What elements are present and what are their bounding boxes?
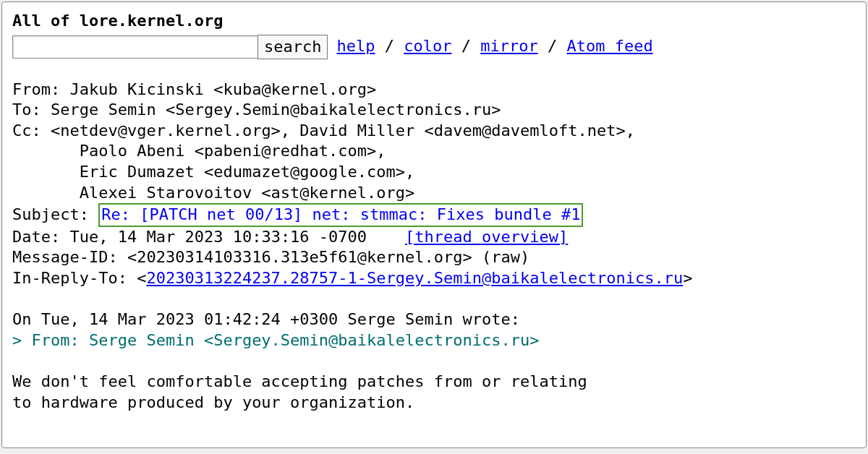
message-headers: From: Jakub Kicinski <kuba@kernel.org> T… (12, 80, 856, 414)
date-value: Tue, 14 Mar 2023 10:33:16 -0700 (69, 228, 367, 246)
cc-value-3: Eric Dumazet <edumazet@google.com>, (12, 163, 414, 181)
nav-links: help / color / mirror / Atom feed (336, 36, 652, 57)
from-value: Jakub Kicinski <kuba@kernel.org> (69, 80, 376, 98)
search-button[interactable]: search (258, 35, 328, 59)
subject-label: Subject: (12, 205, 98, 223)
in-reply-to-link[interactable]: 20230313224237.28757-1-Sergey.Semin@baik… (146, 269, 683, 287)
body-text-1: We don't feel comfortable accepting patc… (12, 372, 587, 390)
in-reply-to-label: In-Reply-To: < (12, 269, 146, 287)
quoted-text: > From: Serge Semin <Sergey.Semin@baikal… (12, 331, 539, 349)
content-window: All of lore.kernel.org search help / col… (1, 1, 867, 448)
cc-value-2: Paolo Abeni <pabeni@redhat.com>, (12, 142, 386, 160)
atom-feed-link[interactable]: Atom feed (566, 37, 652, 55)
cc-value-4: Alexei Starovoitov <ast@kernel.org> (12, 184, 414, 202)
in-reply-to-close: > (683, 269, 692, 287)
search-row: search help / color / mirror / Atom feed (12, 35, 856, 59)
message-id-label: Message-ID: (12, 248, 127, 266)
mirror-link[interactable]: mirror (480, 37, 537, 55)
page-title: All of lore.kernel.org (12, 11, 856, 32)
to-value: Serge Semin <Sergey.Semin@baikalelectron… (51, 100, 501, 119)
cc-value-1: <netdev@vger.kernel.org>, David Miller <… (51, 121, 635, 140)
to-label: To: (12, 100, 51, 119)
from-label: From: (12, 80, 69, 98)
separator: / (538, 37, 567, 55)
date-label: Date: (12, 228, 69, 246)
separator: / (375, 37, 404, 55)
help-link[interactable]: help (336, 37, 375, 55)
separator: / (451, 37, 480, 55)
body-intro: On Tue, 14 Mar 2023 01:42:24 +0300 Serge… (12, 310, 520, 328)
thread-overview-link[interactable]: [thread overview] (405, 228, 568, 246)
color-link[interactable]: color (404, 37, 451, 55)
search-input[interactable] (12, 35, 258, 59)
body-text-2: to hardware produced by your organizatio… (12, 393, 414, 411)
cc-label: Cc: (12, 121, 51, 140)
subject-value[interactable]: Re: [PATCH net 00/13] net: stmmac: Fixes… (98, 203, 583, 227)
message-id-value: <20230314103316.313e5f61@kernel.org> (ra… (127, 248, 529, 266)
